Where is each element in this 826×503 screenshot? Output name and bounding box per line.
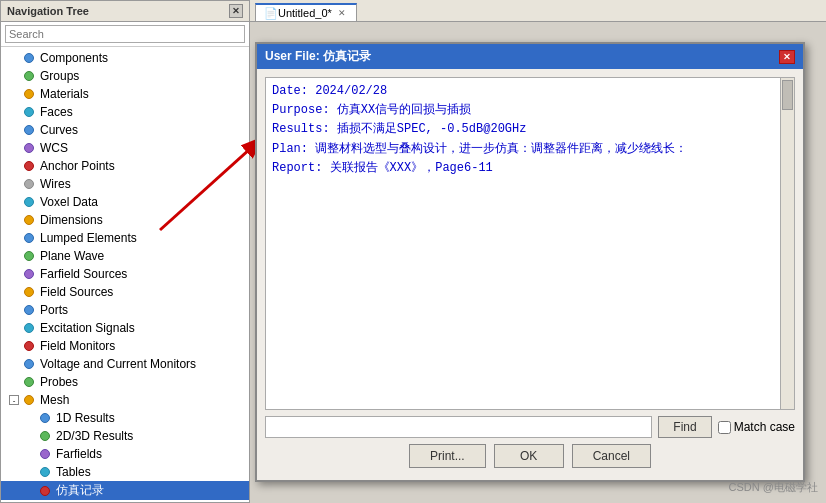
tab-untitled[interactable]: 📄 Untitled_0* ✕ [255,3,357,21]
tree-icon [37,483,53,499]
nav-title-bar: Navigation Tree ✕ [1,1,249,22]
tree-item-ports[interactable]: Ports [1,301,249,319]
tree-item-farfields[interactable]: Farfields [1,445,249,463]
tree-label: Dimensions [40,213,103,227]
tree-item-groups[interactable]: Groups [1,67,249,85]
navigation-panel: Navigation Tree ✕ ComponentsGroupsMateri… [0,0,250,503]
search-input[interactable] [5,25,245,43]
tree-icon [21,140,37,156]
match-case-text: Match case [734,420,795,434]
dialog-titlebar: User File: 仿真记录 ✕ [257,44,803,69]
find-button[interactable]: Find [658,416,711,438]
tree-icon [21,266,37,282]
content-line: Report: 关联报告《XXX》，Page6-11 [272,159,788,178]
tree-label: Farfield Sources [40,267,127,281]
tree-item-farfield_sources[interactable]: Farfield Sources [1,265,249,283]
nav-tree: ComponentsGroupsMaterialsFacesCurvesWCSA… [1,47,249,502]
tree-item-excitation_signals[interactable]: Excitation Signals [1,319,249,337]
ok-button[interactable]: OK [494,444,564,468]
tree-item-field_sources[interactable]: Field Sources [1,283,249,301]
tree-icon [21,392,37,408]
tree-label: Voxel Data [40,195,98,209]
tree-item-curves[interactable]: Curves [1,121,249,139]
tree-icon [21,194,37,210]
tree-label: Farfields [56,447,102,461]
tree-item-probes[interactable]: Probes [1,373,249,391]
text-area-container: Date: 2024/02/28Purpose: 仿真XX信号的回损与插损Res… [265,77,795,410]
watermark: CSDN @电磁学社 [729,480,818,495]
find-row: Find Match case [265,416,795,438]
tree-icon [37,446,53,462]
nav-search-container [1,22,249,47]
tree-label: 2D/3D Results [56,429,133,443]
content-line: Date: 2024/02/28 [272,82,788,101]
tree-item-wires[interactable]: Wires [1,175,249,193]
cancel-button[interactable]: Cancel [572,444,651,468]
tree-icon [37,464,53,480]
print-button[interactable]: Print... [409,444,486,468]
tree-icon [21,248,37,264]
tree-icon [37,428,53,444]
tree-icon [21,356,37,372]
tab-bar: 📄 Untitled_0* ✕ [250,0,826,22]
tree-label: 仿真记录 [56,482,104,499]
tree-label: Voltage and Current Monitors [40,357,196,371]
tree-label: Curves [40,123,78,137]
tree-icon [21,302,37,318]
vertical-scrollbar-thumb[interactable] [782,80,793,110]
vertical-scrollbar[interactable] [780,78,794,409]
match-case-label[interactable]: Match case [718,420,795,434]
tree-icon [21,212,37,228]
dialog-title: User File: 仿真记录 [265,48,371,65]
expand-icon[interactable]: - [9,395,19,405]
tree-item-materials[interactable]: Materials [1,85,249,103]
tree-item-voltage_and_current_monitors[interactable]: Voltage and Current Monitors [1,355,249,373]
content-line: Plan: 调整材料选型与叠构设计，进一步仿真：调整器件距离，减少绕线长： [272,140,788,159]
content-line: Purpose: 仿真XX信号的回损与插损 [272,101,788,120]
tab-icon: 📄 [264,7,278,20]
tree-item-tables[interactable]: Tables [1,463,249,481]
tree-label: Probes [40,375,78,389]
tree-item-lumped_elements[interactable]: Lumped Elements [1,229,249,247]
tree-label: Field Sources [40,285,113,299]
tree-icon [21,338,37,354]
tree-item-plane_wave[interactable]: Plane Wave [1,247,249,265]
tree-label: Wires [40,177,71,191]
tree-label: Mesh [40,393,69,407]
dialog-close-button[interactable]: ✕ [779,50,795,64]
match-case-checkbox[interactable] [718,421,731,434]
tree-item-wcs[interactable]: WCS [1,139,249,157]
tree-icon [37,410,53,426]
tree-label: Faces [40,105,73,119]
tree-item-1d_results[interactable]: 1D Results [1,409,249,427]
tree-icon [21,104,37,120]
horizontal-scrollbar[interactable] [266,409,794,410]
tree-icon [21,50,37,66]
tree-item-faces[interactable]: Faces [1,103,249,121]
nav-close-button[interactable]: ✕ [229,4,243,18]
tree-label: Groups [40,69,79,83]
tree-icon [21,158,37,174]
find-input[interactable] [265,416,652,438]
tree-label: Materials [40,87,89,101]
text-content-area[interactable]: Date: 2024/02/28Purpose: 仿真XX信号的回损与插损Res… [266,78,794,409]
tree-item-field_monitors[interactable]: Field Monitors [1,337,249,355]
tab-close-button[interactable]: ✕ [336,7,348,19]
tree-icon [21,320,37,336]
dialog-content: Date: 2024/02/28Purpose: 仿真XX信号的回损与插损Res… [257,69,803,480]
tree-item-voxel_data[interactable]: Voxel Data [1,193,249,211]
tree-item-mesh[interactable]: -Mesh [1,391,249,409]
tree-label: Ports [40,303,68,317]
content-line: Results: 插损不满足SPEC, -0.5dB@20GHz [272,120,788,139]
tree-item-dimensions[interactable]: Dimensions [1,211,249,229]
dialog-buttons-row: Print... OK Cancel [265,444,795,472]
tree-icon [21,68,37,84]
tree-icon [21,176,37,192]
tree-item-仿真记录[interactable]: 仿真记录 [1,481,249,500]
tree-item-components[interactable]: Components [1,49,249,67]
tree-item-2d/3d_results[interactable]: 2D/3D Results [1,427,249,445]
tree-label: Plane Wave [40,249,104,263]
tree-icon [21,86,37,102]
tree-item-anchor_points[interactable]: Anchor Points [1,157,249,175]
user-file-dialog: User File: 仿真记录 ✕ Date: 2024/02/28Purpos… [255,42,805,482]
